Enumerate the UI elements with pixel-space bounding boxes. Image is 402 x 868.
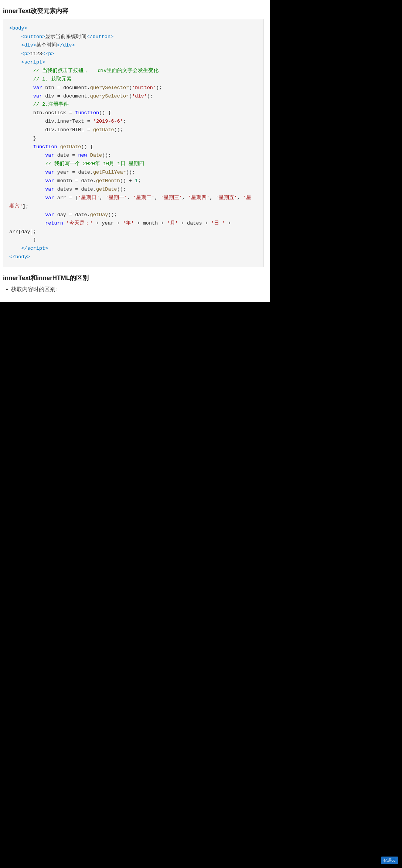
- bullet-list: • 获取内容时的区别:: [3, 286, 264, 293]
- bullet-item-1: • 获取内容时的区别:: [6, 286, 264, 293]
- section2-title: innerText和innerHTML的区别: [3, 274, 264, 282]
- bullet-dot: •: [6, 286, 8, 293]
- code-block: <body> <button>显示当前系统时间</button> <div>某个…: [3, 19, 264, 267]
- logo-badge: 亿课云: [381, 857, 398, 864]
- bullet-text-1: 获取内容时的区别:: [11, 286, 57, 293]
- page-content: innerText改变元素内容 <body> <button>显示当前系统时间<…: [0, 0, 270, 302]
- dark-background: [0, 302, 402, 868]
- section1-title: innerText改变元素内容: [3, 7, 264, 15]
